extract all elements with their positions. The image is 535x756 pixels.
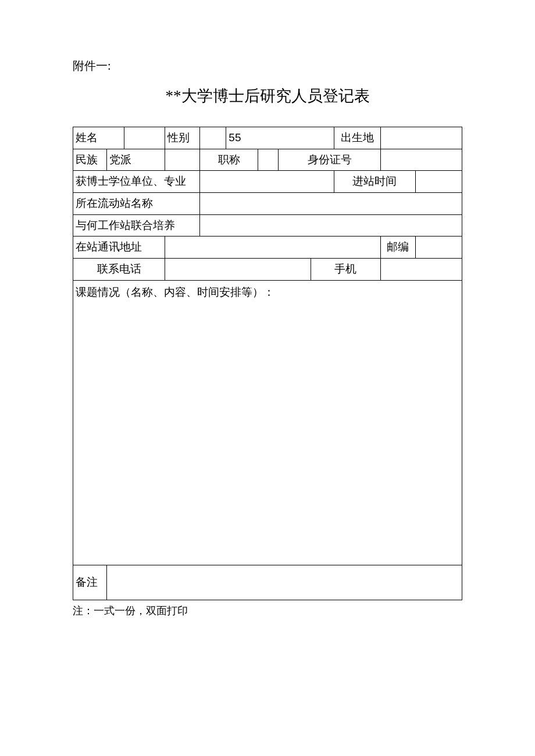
row-joint: 与何工作站联合培养: [73, 214, 462, 237]
row-address: 在站通讯地址 邮编: [73, 237, 462, 259]
value-degree-unit[interactable]: [200, 171, 334, 193]
value-station-name[interactable]: [200, 193, 462, 215]
row-remark: 备注: [73, 565, 462, 600]
topic-cell[interactable]: 课题情况（名称、内容、时间安排等）：: [73, 280, 462, 565]
row-topic: 课题情况（名称、内容、时间安排等）：: [73, 280, 462, 565]
page-container: 附件一: **大学博士后研究人员登记表 姓名 性别 55 出生地: [0, 0, 535, 618]
footer-note: 注：一式一份，双面打印: [73, 604, 462, 618]
label-id-number: 身份证号: [279, 149, 380, 171]
value-name[interactable]: [124, 127, 165, 149]
row-station: 所在流动站名称: [73, 193, 462, 215]
value-birthplace[interactable]: [380, 127, 462, 149]
label-phone: 联系电话: [73, 259, 165, 281]
value-remark[interactable]: [107, 565, 462, 600]
label-gender: 性别: [165, 127, 200, 149]
value-number55: 55: [226, 127, 334, 149]
label-mobile: 手机: [311, 259, 380, 281]
value-address[interactable]: [165, 237, 381, 259]
label-name: 姓名: [73, 127, 124, 149]
label-party: 党派: [107, 149, 165, 171]
value-joint-station[interactable]: [200, 214, 462, 237]
row-ethnicity: 民族 党派 职称 身份证号: [73, 149, 462, 171]
label-postcode: 邮编: [380, 237, 415, 259]
row-degree: 获博士学位单位、专业 进站时间: [73, 171, 462, 193]
value-phone[interactable]: [165, 259, 311, 281]
label-entry-time: 进站时间: [334, 171, 415, 193]
value-mobile[interactable]: [380, 259, 462, 281]
document-title: **大学博士后研究人员登记表: [73, 85, 462, 106]
value-gender[interactable]: [200, 127, 226, 149]
label-remark: 备注: [73, 565, 107, 600]
label-ethnicity: 民族: [73, 149, 107, 171]
row-name: 姓名 性别 55 出生地: [73, 127, 462, 149]
label-birthplace: 出生地: [334, 127, 380, 149]
attachment-label: 附件一:: [73, 58, 462, 74]
value-postcode[interactable]: [415, 237, 462, 259]
registration-form-table: 姓名 性别 55 出生地 民族 党派 职称 身份证号 获博士学位单位、专业 进站…: [73, 127, 462, 600]
value-entry-time[interactable]: [415, 171, 462, 193]
row-phone: 联系电话 手机: [73, 259, 462, 281]
label-address: 在站通讯地址: [73, 237, 165, 259]
value-party[interactable]: [165, 149, 200, 171]
label-degree-unit: 获博士学位单位、专业: [73, 171, 200, 193]
value-id-number[interactable]: [380, 149, 462, 171]
label-station-name: 所在流动站名称: [73, 193, 200, 215]
label-topic: 课题情况（名称、内容、时间安排等）：: [76, 286, 274, 298]
label-joint-station: 与何工作站联合培养: [73, 214, 200, 237]
value-title-rank[interactable]: [258, 149, 279, 171]
label-title-rank: 职称: [200, 149, 258, 171]
